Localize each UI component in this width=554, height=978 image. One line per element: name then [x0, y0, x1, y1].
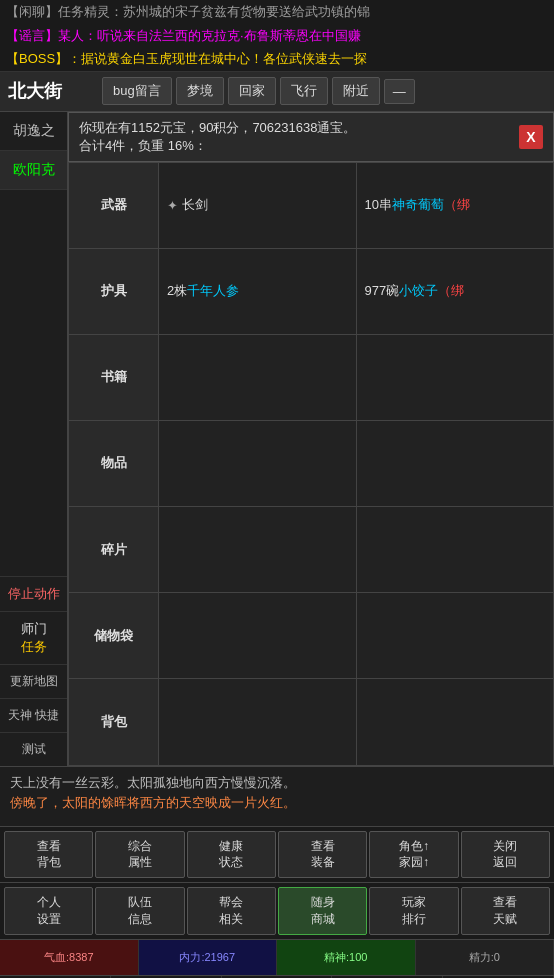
- dumpling-name: 小饺子: [399, 282, 438, 300]
- test-button[interactable]: 测试: [0, 732, 67, 766]
- stats-bar-1: 气血:8387 内力:21967 精神:100 精力:0: [0, 939, 554, 975]
- backpack-item-1[interactable]: [159, 679, 357, 765]
- more-button[interactable]: —: [384, 79, 415, 104]
- view-talent-button[interactable]: 查看天赋: [461, 887, 550, 935]
- inventory-weight: 合计4件，负重 16%：: [79, 137, 519, 155]
- quick-button[interactable]: 天神 快捷: [0, 698, 67, 732]
- kuaijie-label: 快捷: [35, 708, 59, 722]
- inventory-grid: 武器 ✦ 长剑 10串神奇葡萄（绑 护具 2株千年人参 977碗小饺子（绑 书籍…: [68, 162, 554, 766]
- attributes-button[interactable]: 综合属性: [95, 831, 184, 879]
- view-backpack-button[interactable]: 查看背包: [4, 831, 93, 879]
- category-armor[interactable]: 护具: [69, 249, 159, 335]
- books-item-1[interactable]: [159, 335, 357, 421]
- char-hu-yizhi[interactable]: 胡逸之: [0, 112, 67, 151]
- ticker: 【闲聊】任务精灵：苏州城的宋子贫兹有货物要送给武功镇的锦 【谣言】某人：听说来自…: [0, 0, 554, 72]
- backpack-item-2[interactable]: [357, 679, 555, 765]
- hp-stat: 气血:8387: [0, 940, 139, 975]
- fragments-item-2[interactable]: [357, 507, 555, 593]
- update-map-button[interactable]: 更新地图: [0, 664, 67, 698]
- location-title: 北大街: [8, 79, 88, 103]
- sword-icon: ✦: [167, 198, 178, 213]
- armor-item-1[interactable]: 2株千年人参: [159, 249, 357, 335]
- action-grid-row2: 个人设置 队伍信息 帮会相关 随身商城 玩家排行 查看天赋: [0, 882, 554, 939]
- weapon-name: 长剑: [182, 196, 208, 214]
- task-label: 任务: [21, 639, 47, 654]
- go-home-button[interactable]: 回家: [228, 77, 276, 105]
- category-backpack[interactable]: 背包: [69, 679, 159, 765]
- spirit-stat: 精神:100: [277, 940, 416, 975]
- close-return-button[interactable]: 关闭返回: [461, 831, 550, 879]
- ticker-idle: 【闲聊】任务精灵：苏州城的宋子贫兹有货物要送给武功镇的锦: [0, 0, 554, 24]
- health-status-button[interactable]: 健康状态: [187, 831, 276, 879]
- category-items[interactable]: 物品: [69, 421, 159, 507]
- sect-label: 师门: [21, 621, 47, 636]
- personal-settings-button[interactable]: 个人设置: [4, 887, 93, 935]
- player-ranking-button[interactable]: 玩家排行: [369, 887, 458, 935]
- nearby-button[interactable]: 附近: [332, 77, 380, 105]
- stop-action-button[interactable]: 停止动作: [0, 576, 67, 611]
- category-weapon[interactable]: 武器: [69, 163, 159, 249]
- inventory-panel: 你现在有1152元宝，90积分，706231638通宝。 合计4件，负重 16%…: [68, 112, 554, 766]
- ticker-rumor: 【谣言】某人：听说来自法兰西的克拉克·布鲁斯蒂恩在中国赚: [0, 24, 554, 48]
- ginseng-name: 千年人参: [187, 282, 239, 300]
- bug-report-button[interactable]: bug留言: [102, 77, 172, 105]
- inventory-header: 你现在有1152元宝，90积分，706231638通宝。 合计4件，负重 16%…: [68, 112, 554, 162]
- armor-item-2[interactable]: 977碗小饺子（绑: [357, 249, 555, 335]
- inventory-info: 你现在有1152元宝，90积分，706231638通宝。 合计4件，负重 16%…: [79, 119, 519, 155]
- dreamland-button[interactable]: 梦境: [176, 77, 224, 105]
- storage-item-1[interactable]: [159, 593, 357, 679]
- inventory-close-button[interactable]: X: [519, 125, 543, 149]
- view-equipment-button[interactable]: 查看装备: [278, 831, 367, 879]
- inventory-currency: 你现在有1152元宝，90积分，706231638通宝。: [79, 119, 519, 137]
- navbar: 北大街 bug留言 梦境 回家 飞行 附近 —: [0, 72, 554, 112]
- sect-task-button[interactable]: 师门 任务: [0, 611, 67, 664]
- books-item-2[interactable]: [357, 335, 555, 421]
- weapon-item-1[interactable]: ✦ 长剑: [159, 163, 357, 249]
- ginseng-count: 2株: [167, 282, 187, 300]
- description-area: 天上没有一丝云彩。太阳孤独地向西方慢慢沉落。 傍晚了，太阳的馀晖将西方的天空映成…: [0, 766, 554, 826]
- category-fragments[interactable]: 碎片: [69, 507, 159, 593]
- team-info-button[interactable]: 队伍信息: [95, 887, 184, 935]
- dumpling-bind: （绑: [438, 282, 464, 300]
- fragments-item-1[interactable]: [159, 507, 357, 593]
- stamina-stat: 精力:0: [416, 940, 555, 975]
- desc-line1: 天上没有一丝云彩。太阳孤独地向西方慢慢沉落。: [10, 773, 544, 794]
- mobile-shop-button[interactable]: 随身商城: [278, 887, 367, 935]
- category-books[interactable]: 书籍: [69, 335, 159, 421]
- fly-button[interactable]: 飞行: [280, 77, 328, 105]
- grape-count: 10串: [365, 196, 392, 214]
- mp-stat: 内力:21967: [139, 940, 278, 975]
- tianshen-label: 天神: [8, 708, 32, 722]
- storage-item-2[interactable]: [357, 593, 555, 679]
- desc-line2: 傍晚了，太阳的馀晖将西方的天空映成一片火红。: [10, 793, 544, 814]
- items-item-1[interactable]: [159, 421, 357, 507]
- weapon-item-2[interactable]: 10串神奇葡萄（绑: [357, 163, 555, 249]
- character-home-button[interactable]: 角色↑家园↑: [369, 831, 458, 879]
- action-grid-row1: 查看背包 综合属性 健康状态 查看装备 角色↑家园↑ 关闭返回: [0, 826, 554, 883]
- ticker-boss: 【BOSS】：据说黄金白玉虎现世在城中心！各位武侠速去一探: [0, 47, 554, 71]
- grape-bind: （绑: [444, 196, 470, 214]
- items-item-2[interactable]: [357, 421, 555, 507]
- category-storage[interactable]: 储物袋: [69, 593, 159, 679]
- guild-button[interactable]: 帮会相关: [187, 887, 276, 935]
- main-area: 胡逸之 欧阳克 停止动作 师门 任务 更新地图 天神 快捷 测试 你现在有115…: [0, 112, 554, 766]
- dumpling-count: 977碗: [365, 282, 400, 300]
- sidebar: 胡逸之 欧阳克 停止动作 师门 任务 更新地图 天神 快捷 测试: [0, 112, 68, 766]
- char-ouyang-ke[interactable]: 欧阳克: [0, 151, 67, 190]
- grape-name: 神奇葡萄: [392, 196, 444, 214]
